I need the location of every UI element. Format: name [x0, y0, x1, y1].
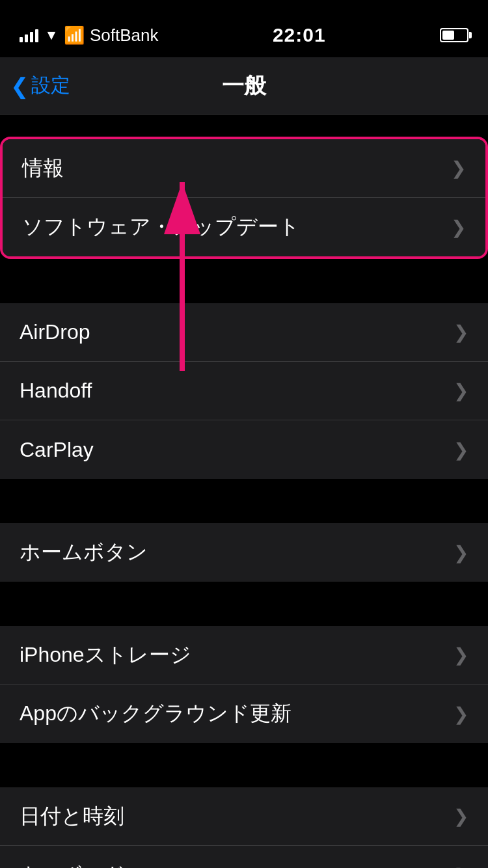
gap-2: [0, 479, 488, 501]
row-keyboard-label: キーボード: [20, 861, 126, 868]
row-jouhou[interactable]: 情報 ❯: [3, 139, 485, 198]
section-1: 情報 ❯ ソフトウェア・アップデート ❯: [0, 137, 488, 259]
row-keyboard[interactable]: キーボード ❯: [0, 846, 488, 868]
chevron-icon: ❯: [454, 321, 468, 343]
gap-1: [0, 259, 488, 281]
row-app-background[interactable]: Appのバックグラウンド更新 ❯: [0, 685, 488, 743]
wifi-symbol: 📶: [64, 25, 85, 46]
section-4: iPhoneストレージ ❯ Appのバックグラウンド更新 ❯: [0, 626, 488, 743]
status-right: [440, 28, 468, 42]
chevron-icon: ❯: [454, 380, 468, 401]
chevron-icon: ❯: [454, 542, 468, 563]
row-carplay-label: CarPlay: [20, 438, 94, 462]
status-bar: ▾ 📶 SoftBank 22:01: [0, 0, 488, 57]
highlight-box: 情報 ❯ ソフトウェア・アップデート ❯: [0, 137, 488, 259]
section-2: AirDrop ❯ Handoff ❯ CarPlay ❯: [0, 303, 488, 479]
row-date-time-label: 日付と時刻: [20, 802, 124, 831]
row-handoff-label: Handoff: [20, 379, 92, 403]
battery-icon: [440, 28, 468, 42]
chevron-icon: ❯: [451, 157, 466, 179]
chevron-icon: ❯: [454, 806, 468, 827]
chevron-icon: ❯: [451, 217, 466, 238]
row-home-button[interactable]: ホームボタン ❯: [0, 523, 488, 582]
chevron-icon: ❯: [454, 703, 468, 725]
row-software-update[interactable]: ソフトウェア・アップデート ❯: [3, 198, 485, 256]
signal-icon: [20, 28, 38, 42]
row-date-time[interactable]: 日付と時刻 ❯: [0, 787, 488, 846]
row-software-update-label: ソフトウェア・アップデート: [22, 213, 300, 241]
row-app-background-label: Appのバックグラウンド更新: [20, 699, 291, 728]
nav-bar: ❮ 設定 一般: [0, 57, 488, 115]
row-airdrop[interactable]: AirDrop ❯: [0, 303, 488, 362]
section-3: ホームボタン ❯: [0, 523, 488, 582]
section-5: 日付と時刻 ❯ キーボード ❯: [0, 787, 488, 868]
chevron-icon: ❯: [454, 644, 468, 666]
row-home-button-label: ホームボタン: [20, 538, 148, 567]
row-handoff[interactable]: Handoff ❯: [0, 362, 488, 420]
chevron-icon: ❯: [454, 439, 468, 461]
page-title: 一般: [222, 71, 266, 101]
row-iphone-storage-label: iPhoneストレージ: [20, 641, 191, 670]
chevron-icon: ❯: [454, 865, 468, 869]
back-label: 設定: [31, 72, 70, 99]
row-carplay[interactable]: CarPlay ❯: [0, 420, 488, 479]
row-airdrop-label: AirDrop: [20, 320, 90, 344]
battery-fill: [442, 31, 454, 40]
gap-4: [0, 743, 488, 765]
row-jouhou-label: 情報: [22, 154, 64, 183]
back-chevron-icon: ❮: [10, 75, 29, 97]
clock: 22:01: [273, 24, 326, 46]
carrier-label: SoftBank: [90, 25, 159, 46]
gap-3: [0, 582, 488, 604]
row-iphone-storage[interactable]: iPhoneストレージ ❯: [0, 626, 488, 685]
wifi-icon: ▾: [47, 27, 55, 44]
back-button[interactable]: ❮ 設定: [10, 72, 70, 99]
status-left: ▾ 📶 SoftBank: [20, 25, 159, 46]
